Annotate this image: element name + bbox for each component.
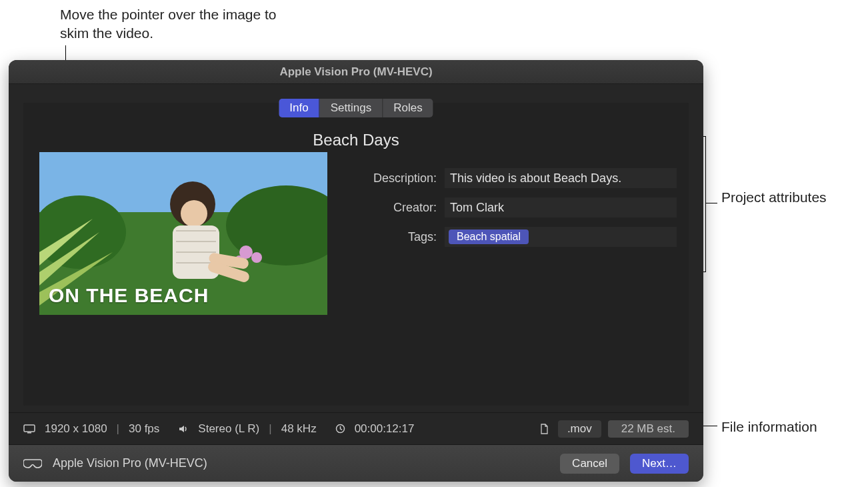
tags-field[interactable]: Beach spatial <box>445 227 677 247</box>
speaker-icon <box>178 424 189 434</box>
project-attributes: Description: This video is about Beach D… <box>343 168 677 247</box>
status-sample-rate: 48 kHz <box>281 422 317 436</box>
status-duration: 00:00:12:17 <box>355 422 415 436</box>
inner-panel: Info Settings Roles Beach Days <box>23 103 689 406</box>
clock-icon <box>335 424 345 434</box>
content-area: Info Settings Roles Beach Days <box>9 84 703 412</box>
callout-bracket-attrs-v <box>705 136 706 272</box>
separator: | <box>117 422 119 436</box>
display-icon <box>23 424 35 434</box>
vision-pro-icon <box>23 458 42 470</box>
video-thumbnail[interactable]: ON THE BEACH <box>39 152 327 315</box>
document-icon <box>540 424 549 434</box>
callout-thumb: Move the pointer over the image to skim … <box>60 5 287 43</box>
footer-bar: Apple Vision Pro (MV-HEVC) Cancel Next… <box>9 444 703 482</box>
description-label: Description: <box>343 171 437 185</box>
creator-field[interactable]: Tom Clark <box>445 197 677 217</box>
description-field[interactable]: This video is about Beach Days. <box>445 168 677 188</box>
svg-point-5 <box>251 252 262 263</box>
creator-label: Creator: <box>343 201 437 215</box>
status-fps: 30 fps <box>129 422 159 436</box>
cancel-button[interactable]: Cancel <box>560 454 619 474</box>
status-size: 22 MB est. <box>608 420 689 438</box>
tab-settings[interactable]: Settings <box>320 99 383 117</box>
tab-bar: Info Settings Roles <box>279 99 433 117</box>
callout-attrs: Project attributes <box>721 188 855 207</box>
window-title: Apple Vision Pro (MV-HEVC) <box>279 65 432 79</box>
tab-info[interactable]: Info <box>279 99 319 117</box>
status-resolution: 1920 x 1080 <box>45 422 107 436</box>
callout-fileinfo: File information <box>721 418 855 436</box>
next-button[interactable]: Next… <box>630 454 689 474</box>
svg-point-8 <box>181 200 207 227</box>
status-bar: 1920 x 1080 | 30 fps Stereo (L R) | 48 k… <box>9 412 703 444</box>
export-dialog-window: Apple Vision Pro (MV-HEVC) Info Settings… <box>9 60 703 482</box>
footer-destination: Apple Vision Pro (MV-HEVC) <box>53 456 207 470</box>
project-title: Beach Days <box>313 131 399 149</box>
window-titlebar: Apple Vision Pro (MV-HEVC) <box>9 60 703 84</box>
thumbnail-overlay-text: ON THE BEACH <box>49 284 209 307</box>
svg-rect-17 <box>27 432 31 434</box>
tag-chip[interactable]: Beach spatial <box>449 229 529 244</box>
status-audio: Stereo (L R) <box>198 422 259 436</box>
tags-label: Tags: <box>343 230 437 244</box>
tab-roles[interactable]: Roles <box>383 99 433 117</box>
svg-rect-16 <box>24 425 35 432</box>
separator: | <box>269 422 271 436</box>
status-extension[interactable]: .mov <box>558 420 601 438</box>
callout-bracket-attrs-m <box>705 203 717 203</box>
